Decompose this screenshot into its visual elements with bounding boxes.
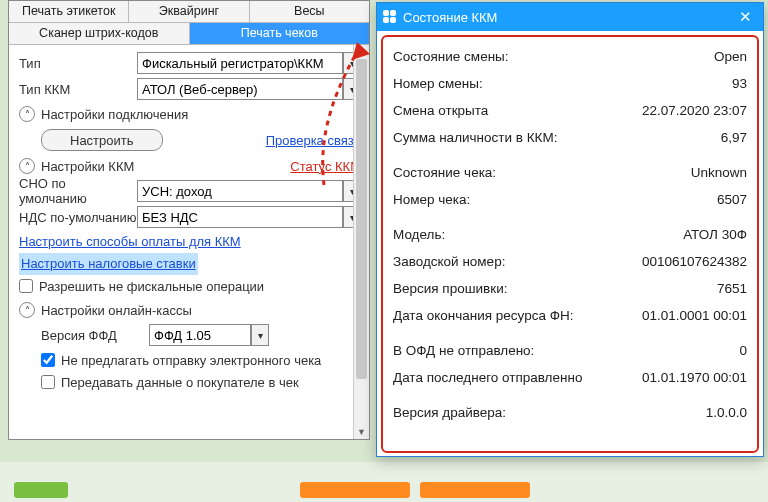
scroll-down-icon[interactable]: ▼ [354, 425, 369, 439]
ffd-combo[interactable]: ▾ [149, 324, 269, 346]
section-online-label: Настройки онлайн-кассы [41, 303, 192, 318]
link-payment-methods[interactable]: Настроить способы оплаты для ККМ [19, 231, 361, 253]
serial-key: Заводской номер: [393, 254, 642, 269]
tabs-row-1: Печать этикеток Эквайринг Весы [9, 1, 369, 23]
check-state-key: Состояние чека: [393, 165, 691, 180]
kkm-status-modal: Состояние ККМ ✕ Состояние смены:Open Ном… [376, 2, 764, 457]
sno-input[interactable] [137, 180, 343, 202]
firmware-val: 7651 [717, 281, 747, 296]
form-body: Тип ▾ Тип ККМ ▾ ˄ Настройки подключения [9, 45, 369, 393]
scroll-thumb[interactable] [356, 59, 367, 379]
window-icon [383, 10, 397, 24]
link-tax-rates[interactable]: Настроить налоговые ставки [19, 253, 198, 275]
type-label: Тип [19, 56, 137, 71]
fn-expiry-val: 01.01.0001 00:01 [642, 308, 747, 323]
settings-panel: Печать этикеток Эквайринг Весы Сканер шт… [8, 0, 370, 440]
chevron-up-icon[interactable]: ˄ [19, 302, 35, 318]
row-nonfiscal: Разрешить не фискальные операции [19, 275, 361, 297]
section-connection[interactable]: ˄ Настройки подключения [19, 103, 361, 125]
cash-val: 6,97 [721, 130, 747, 145]
shift-open-key: Смена открыта [393, 103, 642, 118]
nds-input[interactable] [137, 206, 343, 228]
tab-barcode-scanner[interactable]: Сканер штрих-кодов [9, 23, 190, 44]
scroll-up-icon[interactable]: ▲ [354, 45, 369, 59]
type-combo[interactable]: ▾ [137, 52, 361, 74]
tab-receipt-print[interactable]: Печать чеков [190, 23, 370, 44]
check-connection-link[interactable]: Проверка связи [266, 133, 361, 148]
no-echeck-checkbox[interactable] [41, 353, 55, 367]
section-kkm[interactable]: ˄ Настройки ККМ Статус ККМ [19, 155, 361, 177]
fn-expiry-key: Дата окончания ресурса ФН: [393, 308, 642, 323]
check-num-val: 6507 [717, 192, 747, 207]
close-icon[interactable]: ✕ [727, 3, 763, 31]
driver-ver-key: Версия драйвера: [393, 405, 706, 420]
chevron-up-icon[interactable]: ˄ [19, 158, 35, 174]
type-input[interactable] [137, 52, 343, 74]
kkm-type-input[interactable] [137, 78, 343, 100]
row-no-echeck: Не предлагать отправку электронного чека [19, 349, 361, 371]
tab-scales[interactable]: Весы [250, 1, 369, 22]
vertical-scrollbar[interactable]: ▲ ▼ [353, 45, 369, 439]
check-state-val: Unknown [691, 165, 747, 180]
background-footer [0, 462, 768, 502]
nds-label: НДС по-умолчанию [19, 210, 137, 225]
shift-num-key: Номер смены: [393, 76, 732, 91]
shift-state-key: Состояние смены: [393, 49, 714, 64]
tabs-row-2: Сканер штрих-кодов Печать чеков [9, 23, 369, 45]
shift-num-val: 93 [732, 76, 747, 91]
buyer-data-checkbox[interactable] [41, 375, 55, 389]
modal-titlebar[interactable]: Состояние ККМ ✕ [377, 3, 763, 31]
configure-button[interactable]: Настроить [41, 129, 163, 151]
last-sent-key: Дата последнего отправленно [393, 370, 642, 385]
kkm-status-link[interactable]: Статус ККМ [290, 159, 361, 174]
section-kkm-label: Настройки ККМ [41, 159, 134, 174]
row-buyer-data: Передавать данные о покупателе в чек [19, 371, 361, 393]
tab-acquiring[interactable]: Эквайринг [129, 1, 249, 22]
chevron-up-icon[interactable]: ˄ [19, 106, 35, 122]
nonfiscal-checkbox[interactable] [19, 279, 33, 293]
kkm-type-label: Тип ККМ [19, 82, 137, 97]
chevron-down-icon[interactable]: ▾ [251, 324, 269, 346]
model-val: АТОЛ 30Ф [683, 227, 747, 242]
row-nds: НДС по-умолчанию ▾ [19, 205, 361, 229]
ofd-unsent-val: 0 [739, 343, 747, 358]
ffd-input[interactable] [149, 324, 251, 346]
section-online[interactable]: ˄ Настройки онлайн-кассы [19, 299, 361, 321]
row-sno: СНО по умолчанию ▾ [19, 179, 361, 203]
firmware-key: Версия прошивки: [393, 281, 717, 296]
tab-labels-print[interactable]: Печать этикеток [9, 1, 129, 22]
ofd-unsent-key: В ОФД не отправлено: [393, 343, 739, 358]
kkm-type-combo[interactable]: ▾ [137, 78, 361, 100]
nonfiscal-label: Разрешить не фискальные операции [39, 279, 264, 294]
shift-open-val: 22.07.2020 23:07 [642, 103, 747, 118]
row-configure: Настроить Проверка связи [19, 127, 361, 153]
cash-key: Сумма наличности в ККМ: [393, 130, 721, 145]
sno-combo[interactable]: ▾ [137, 180, 361, 202]
row-type: Тип ▾ [19, 51, 361, 75]
last-sent-val: 01.01.1970 00:01 [642, 370, 747, 385]
row-kkm-type: Тип ККМ ▾ [19, 77, 361, 101]
driver-ver-val: 1.0.0.0 [706, 405, 747, 420]
buyer-data-label: Передавать данные о покупателе в чек [61, 375, 299, 390]
sno-label: СНО по умолчанию [19, 176, 137, 206]
ffd-label: Версия ФФД [19, 328, 149, 343]
check-num-key: Номер чека: [393, 192, 717, 207]
no-echeck-label: Не предлагать отправку электронного чека [61, 353, 321, 368]
shift-state-val: Open [714, 49, 747, 64]
row-ffd: Версия ФФД ▾ [19, 323, 361, 347]
serial-val: 00106107624382 [642, 254, 747, 269]
nds-combo[interactable]: ▾ [137, 206, 361, 228]
modal-body: Состояние смены:Open Номер смены:93 Смен… [381, 35, 759, 453]
model-key: Модель: [393, 227, 683, 242]
section-connection-label: Настройки подключения [41, 107, 188, 122]
modal-title: Состояние ККМ [403, 10, 727, 25]
